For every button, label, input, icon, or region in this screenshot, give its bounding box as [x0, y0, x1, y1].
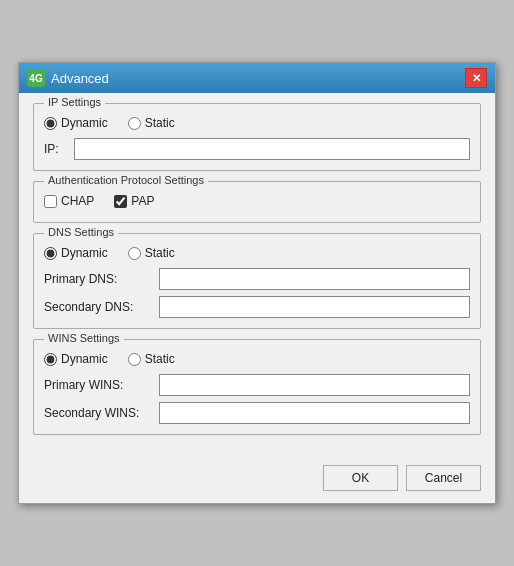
- cancel-button[interactable]: Cancel: [406, 465, 481, 491]
- ip-field-row: IP:: [44, 138, 470, 160]
- dns-static-label: Static: [145, 246, 175, 260]
- auth-settings-label: Authentication Protocol Settings: [44, 174, 208, 186]
- primary-wins-input[interactable]: [159, 374, 470, 396]
- chap-label: CHAP: [61, 194, 94, 208]
- chap-option[interactable]: CHAP: [44, 194, 94, 208]
- primary-wins-label: Primary WINS:: [44, 378, 159, 392]
- pap-checkbox[interactable]: [114, 195, 127, 208]
- auth-settings-content: CHAP PAP: [44, 194, 470, 208]
- dns-settings-group: DNS Settings Dynamic Static Primary DNS:: [33, 233, 481, 329]
- secondary-wins-field-row: Secondary WINS:: [44, 402, 470, 424]
- ip-settings-content: Dynamic Static IP:: [44, 116, 470, 160]
- wins-dynamic-radio[interactable]: [44, 353, 57, 366]
- ip-settings-group: IP Settings Dynamic Static IP:: [33, 103, 481, 171]
- ip-static-label: Static: [145, 116, 175, 130]
- bottom-bar: OK Cancel: [19, 459, 495, 503]
- ip-dynamic-radio[interactable]: [44, 117, 57, 130]
- secondary-dns-label: Secondary DNS:: [44, 300, 159, 314]
- wins-dynamic-label: Dynamic: [61, 352, 108, 366]
- close-button[interactable]: ✕: [465, 68, 487, 88]
- dns-radio-row: Dynamic Static: [44, 246, 470, 260]
- ip-label: IP:: [44, 142, 74, 156]
- chap-checkbox[interactable]: [44, 195, 57, 208]
- ip-radio-row: Dynamic Static: [44, 116, 470, 130]
- window-content: IP Settings Dynamic Static IP:: [19, 93, 495, 459]
- dns-static-radio[interactable]: [128, 247, 141, 260]
- primary-dns-input[interactable]: [159, 268, 470, 290]
- secondary-wins-label: Secondary WINS:: [44, 406, 159, 420]
- window-title: Advanced: [51, 71, 109, 86]
- ip-static-option[interactable]: Static: [128, 116, 175, 130]
- ip-input[interactable]: [74, 138, 470, 160]
- dns-static-option[interactable]: Static: [128, 246, 175, 260]
- wins-settings-content: Dynamic Static Primary WINS: Secondary W…: [44, 352, 470, 424]
- title-bar: 4G Advanced ✕: [19, 63, 495, 93]
- primary-wins-field-row: Primary WINS:: [44, 374, 470, 396]
- wins-static-label: Static: [145, 352, 175, 366]
- dns-settings-content: Dynamic Static Primary DNS: Secondary DN…: [44, 246, 470, 318]
- secondary-dns-field-row: Secondary DNS:: [44, 296, 470, 318]
- secondary-dns-input[interactable]: [159, 296, 470, 318]
- ip-settings-label: IP Settings: [44, 96, 105, 108]
- dns-settings-label: DNS Settings: [44, 226, 118, 238]
- ip-static-radio[interactable]: [128, 117, 141, 130]
- dns-dynamic-radio[interactable]: [44, 247, 57, 260]
- primary-dns-field-row: Primary DNS:: [44, 268, 470, 290]
- dns-dynamic-option[interactable]: Dynamic: [44, 246, 108, 260]
- wins-dynamic-option[interactable]: Dynamic: [44, 352, 108, 366]
- auth-checkbox-row: CHAP PAP: [44, 194, 470, 208]
- ip-dynamic-option[interactable]: Dynamic: [44, 116, 108, 130]
- wins-static-option[interactable]: Static: [128, 352, 175, 366]
- wins-static-radio[interactable]: [128, 353, 141, 366]
- ok-button[interactable]: OK: [323, 465, 398, 491]
- main-window: 4G Advanced ✕ IP Settings Dynamic Static: [18, 62, 496, 504]
- pap-label: PAP: [131, 194, 154, 208]
- dns-dynamic-label: Dynamic: [61, 246, 108, 260]
- app-icon: 4G: [27, 69, 45, 87]
- auth-settings-group: Authentication Protocol Settings CHAP PA…: [33, 181, 481, 223]
- wins-radio-row: Dynamic Static: [44, 352, 470, 366]
- wins-settings-group: WINS Settings Dynamic Static Primary WIN…: [33, 339, 481, 435]
- ip-dynamic-label: Dynamic: [61, 116, 108, 130]
- pap-option[interactable]: PAP: [114, 194, 154, 208]
- primary-dns-label: Primary DNS:: [44, 272, 159, 286]
- secondary-wins-input[interactable]: [159, 402, 470, 424]
- wins-settings-label: WINS Settings: [44, 332, 124, 344]
- title-bar-left: 4G Advanced: [27, 69, 109, 87]
